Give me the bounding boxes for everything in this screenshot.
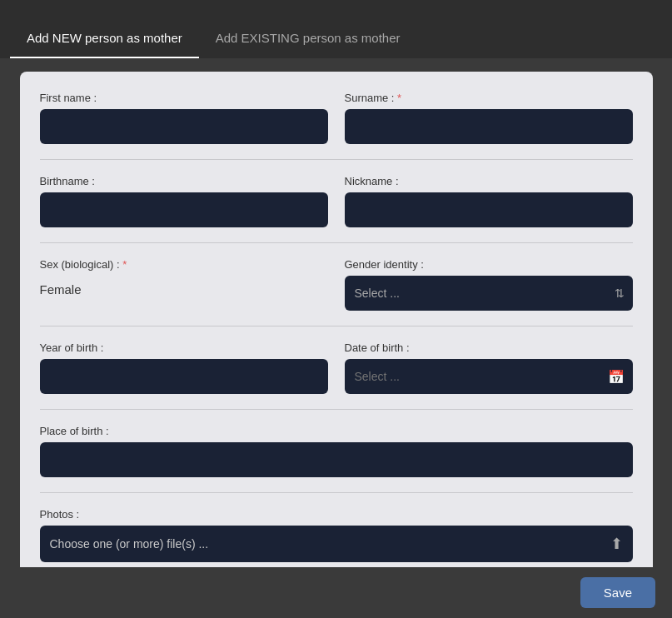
label-sex-biological: Sex (biological) : *	[40, 258, 328, 271]
label-date-of-birth: Date of birth :	[345, 341, 633, 354]
row-place-of-birth: Place of birth :	[40, 425, 633, 477]
label-first-name: First name :	[40, 92, 328, 104]
value-sex-biological: Female	[40, 276, 328, 303]
date-wrapper: 📅	[345, 359, 633, 394]
group-photos: Photos : Choose one (or more) file(s) ..…	[40, 508, 633, 567]
upload-icon: ⬆	[610, 535, 623, 553]
row-sex-gender: Sex (biological) : * Female Gender ident…	[40, 258, 633, 311]
choose-files-button[interactable]: Choose one (or more) file(s) ... ⬆	[40, 526, 633, 562]
input-place-of-birth[interactable]	[40, 442, 633, 477]
form-card: First name : Surname : * Birthname : Nic…	[20, 72, 653, 567]
input-date-of-birth[interactable]	[345, 359, 633, 394]
select-gender-identity[interactable]: Select ...	[345, 276, 633, 311]
group-birthname: Birthname :	[40, 175, 328, 227]
main-content: First name : Surname : * Birthname : Nic…	[0, 58, 672, 567]
group-gender-identity: Gender identity : Select ... ⇅	[345, 258, 633, 311]
choose-files-label: Choose one (or more) file(s) ...	[50, 537, 209, 551]
group-year-of-birth: Year of birth :	[40, 341, 328, 394]
bottom-bar: Save	[0, 567, 672, 618]
select-wrapper-gender: Select ... ⇅	[345, 276, 633, 311]
tab-new-person[interactable]: Add NEW person as mother	[10, 19, 199, 58]
label-photos: Photos :	[40, 508, 633, 521]
divider-3	[40, 326, 633, 326]
row-birthname: Birthname : Nickname :	[40, 175, 633, 227]
input-birthname[interactable]	[40, 192, 328, 227]
label-year-of-birth: Year of birth :	[40, 341, 328, 354]
group-date-of-birth: Date of birth : 📅	[345, 341, 633, 394]
input-nickname[interactable]	[345, 192, 633, 227]
save-button[interactable]: Save	[580, 577, 655, 608]
label-nickname: Nickname :	[345, 175, 633, 187]
tab-existing-person[interactable]: Add EXISTING person as mother	[199, 19, 417, 58]
required-sex: *	[122, 258, 127, 271]
tab-bar: Add NEW person as mother Add EXISTING pe…	[0, 0, 672, 58]
group-sex-biological: Sex (biological) : * Female	[40, 258, 328, 311]
row-photos: Photos : Choose one (or more) file(s) ..…	[40, 508, 633, 567]
input-first-name[interactable]	[40, 109, 328, 144]
group-place-of-birth: Place of birth :	[40, 425, 633, 477]
input-surname[interactable]	[345, 109, 633, 144]
divider-5	[40, 492, 633, 493]
row-name: First name : Surname : *	[40, 92, 633, 144]
divider-4	[40, 409, 633, 410]
group-first-name: First name :	[40, 92, 328, 144]
required-indicator: *	[397, 92, 401, 104]
group-nickname: Nickname :	[345, 175, 633, 227]
divider-1	[40, 159, 633, 160]
divider-2	[40, 242, 633, 243]
file-input-wrapper: Choose one (or more) file(s) ... ⬆	[40, 526, 633, 562]
label-place-of-birth: Place of birth :	[40, 425, 633, 437]
group-surname: Surname : *	[345, 92, 633, 144]
row-birth: Year of birth : Date of birth : 📅	[40, 341, 633, 394]
label-gender-identity: Gender identity :	[345, 258, 633, 271]
input-year-of-birth[interactable]	[40, 359, 328, 394]
label-birthname: Birthname :	[40, 175, 328, 187]
label-surname: Surname : *	[345, 92, 633, 104]
